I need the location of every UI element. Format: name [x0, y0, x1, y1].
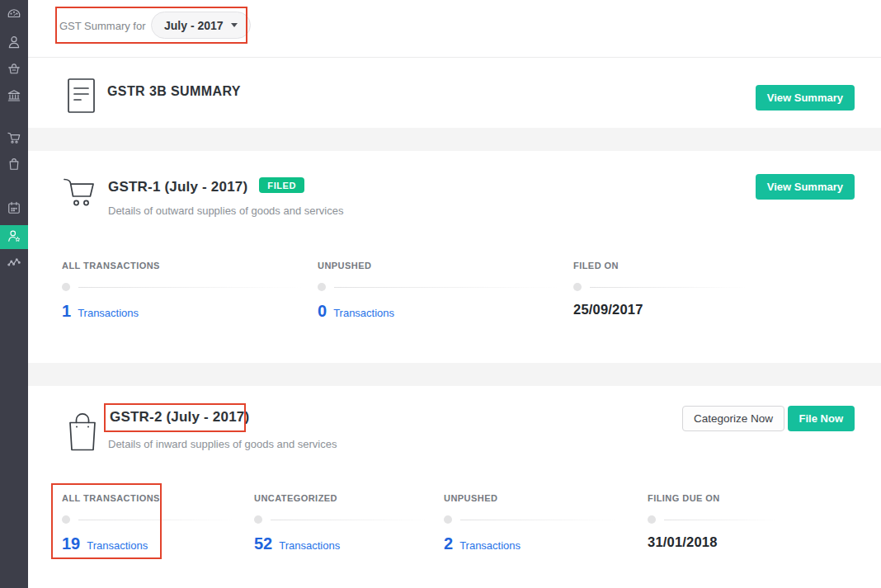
- sales-cart-icon: [6, 129, 22, 149]
- sidebar-item-sales[interactable]: [0, 127, 28, 152]
- period-dropdown-value: July - 2017: [164, 19, 224, 32]
- gstr3b-view-summary-button[interactable]: View Summary: [756, 85, 855, 111]
- gstr1-all-transactions-link[interactable]: Transactions: [78, 307, 139, 319]
- gst-summary-screen: GST Summary for July - 2017 GSTR 3B SUMM…: [0, 0, 881, 588]
- section-divider-band: [28, 363, 881, 386]
- timeline-dot: [254, 515, 262, 524]
- timeline-dot: [648, 515, 656, 524]
- gstr3b-section: GSTR 3B SUMMARY View Summary: [28, 58, 881, 128]
- gstr1-stat-all-transactions: ALL TRANSACTIONS 1Transactions: [62, 261, 303, 321]
- sidebar-item-purchases[interactable]: [0, 153, 28, 178]
- gstr3b-title: GSTR 3B SUMMARY: [107, 84, 241, 99]
- gstr1-description: Details of outward supplies of goods and…: [108, 205, 343, 217]
- timeline-dot: [62, 515, 70, 524]
- timeline-dot: [318, 283, 326, 291]
- gstr2-filing-due-date: 31/01/2018: [648, 534, 718, 549]
- gstr2-title: GSTR-2 (July - 2017): [110, 409, 249, 426]
- chevron-down-icon: [231, 23, 238, 27]
- sidebar-item-contacts[interactable]: [0, 31, 28, 56]
- gstr1-view-summary-button[interactable]: View Summary: [756, 174, 855, 200]
- sidebar-item-banking[interactable]: [0, 85, 28, 110]
- categorize-now-button[interactable]: Categorize Now: [682, 406, 784, 431]
- sidebar-item-time-tracking[interactable]: [0, 197, 28, 222]
- gstr1-title: GSTR-1 (July - 2017): [108, 179, 247, 195]
- gstr1-unpushed-count[interactable]: 0: [318, 302, 327, 320]
- gstr2-section: GSTR-2 (July - 2017) Details of inward s…: [28, 386, 881, 588]
- items-icon: [6, 61, 22, 81]
- gstr2-stat-uncategorized: UNCATEGORIZED 52Transactions: [254, 493, 431, 553]
- sidebar-item-items[interactable]: [0, 59, 28, 83]
- purchases-bag-icon: [6, 156, 22, 176]
- gstr1-section: GSTR-1 (July - 2017)FILED Details of out…: [28, 151, 881, 363]
- timeline-dot: [573, 283, 582, 291]
- gstr2-description: Details of inward supplies of goods and …: [108, 438, 337, 450]
- gst-summary-for-label: GST Summary for: [59, 20, 146, 32]
- topbar: GST Summary for July - 2017: [28, 0, 881, 58]
- timeline-dot: [444, 515, 452, 524]
- gstr1-stat-filed-on: FILED ON 25/09/2017: [573, 261, 747, 318]
- gstr1-filed-on-date: 25/09/2017: [573, 302, 643, 317]
- gstr2-stat-unpushed: UNPUSHED 2Transactions: [444, 493, 621, 553]
- reports-icon: [6, 254, 22, 274]
- gstr2-stat-all-transactions: ALL TRANSACTIONS 19Transactions: [62, 493, 239, 553]
- sidebar-item-reports[interactable]: [0, 252, 28, 276]
- cart-icon: [59, 172, 102, 217]
- gstr2-unpushed-count[interactable]: 2: [444, 534, 453, 553]
- gstr2-uncategorized-link[interactable]: Transactions: [279, 539, 340, 552]
- bag-icon: [64, 411, 101, 457]
- gst-filing-icon: [6, 228, 22, 247]
- document-icon: [67, 78, 96, 117]
- gstr2-all-transactions-link[interactable]: Transactions: [87, 539, 148, 552]
- main-content: GST Summary for July - 2017 GSTR 3B SUMM…: [28, 0, 881, 588]
- gstr2-uncategorized-count[interactable]: 52: [254, 534, 272, 553]
- gstr2-stat-filing-due-on: FILING DUE ON 31/01/2018: [648, 493, 780, 550]
- gstr2-unpushed-link[interactable]: Transactions: [459, 539, 521, 552]
- gstr1-unpushed-link[interactable]: Transactions: [333, 307, 394, 319]
- period-dropdown[interactable]: July - 2017: [151, 12, 251, 39]
- section-divider-band: [28, 128, 881, 151]
- time-tracking-icon: [6, 200, 22, 219]
- timeline-dot: [62, 283, 70, 291]
- contacts-icon: [6, 34, 22, 54]
- filed-badge: FILED: [259, 177, 304, 193]
- banking-icon: [6, 87, 22, 107]
- dashboard-icon: [6, 6, 22, 26]
- gstr1-all-transactions-count[interactable]: 1: [62, 302, 71, 320]
- sidebar-item-gst-filing[interactable]: [0, 225, 28, 249]
- sidebar-item-dashboard[interactable]: [0, 3, 28, 28]
- file-now-button[interactable]: File Now: [788, 406, 855, 431]
- gstr1-stat-unpushed: UNPUSHED 0Transactions: [318, 261, 558, 321]
- gstr2-all-transactions-count[interactable]: 19: [62, 534, 80, 553]
- sidebar: [0, 0, 28, 588]
